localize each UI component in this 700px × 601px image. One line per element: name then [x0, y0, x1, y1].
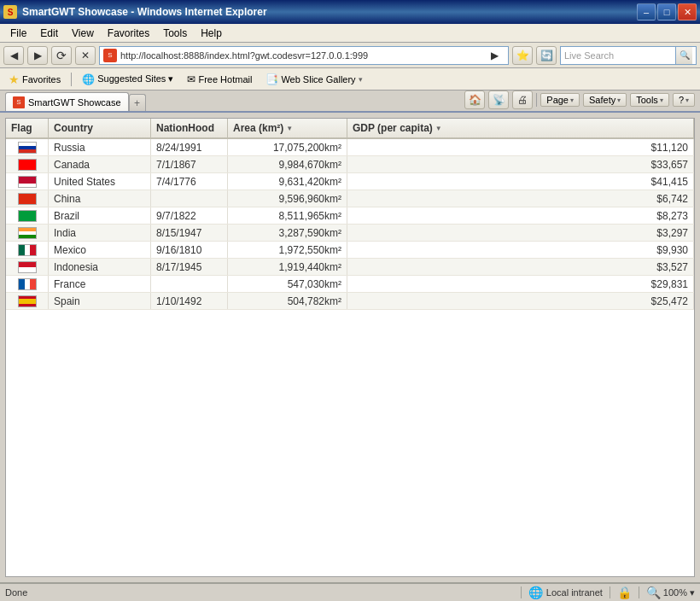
tools-label: Tools — [636, 95, 658, 105]
page-button[interactable]: Page ▾ — [540, 93, 580, 107]
table-row[interactable]: United States7/4/17769,631,420km²$41,415 — [6, 173, 694, 190]
free-hotmail[interactable]: ✉ Free Hotmail — [184, 72, 255, 87]
web-slice-gallery[interactable]: 📑 Web Slice Gallery ▾ — [262, 72, 365, 87]
cell-nationhood — [151, 190, 228, 207]
active-tab[interactable]: S SmartGWT Showcase — [5, 92, 129, 111]
gdp-sort-icon: ▼ — [435, 125, 442, 132]
menu-edit[interactable]: Edit — [33, 26, 65, 41]
ie-icon: 🌐 — [82, 73, 95, 85]
navigation-bar: ◀ ▶ ⟳ ✕ S http://localhost:8888/index.ht… — [0, 43, 700, 68]
address-bar[interactable]: S http://localhost:8888/index.html?gwt.c… — [99, 46, 509, 65]
nav-home-btn[interactable]: 🔄 — [536, 46, 557, 65]
stop-button[interactable]: ✕ — [75, 46, 96, 65]
zoom-control[interactable]: 🔍 100% ▾ — [646, 586, 695, 599]
favorites-label: Favorites — [22, 74, 61, 85]
cell-area: 1,972,550km² — [228, 242, 347, 258]
menu-favorites[interactable]: Favorites — [101, 26, 156, 41]
status-sep-3 — [639, 586, 639, 598]
nav-extra-btn[interactable]: ⭐ — [512, 46, 533, 65]
webslice-label: Web Slice Gallery — [281, 74, 355, 85]
cell-gdp: $11,120 — [347, 139, 694, 155]
col-header-area[interactable]: Area (km²) ▼ — [228, 119, 347, 137]
search-go-button[interactable]: 🔍 — [675, 47, 692, 64]
address-go-button[interactable]: ▶ — [484, 46, 505, 65]
add-tab-button[interactable]: + — [129, 94, 146, 111]
data-grid: Flag Country NationHood Area (km²) ▼ GDP… — [6, 119, 694, 576]
page-arrow: ▾ — [570, 96, 574, 104]
rss-button[interactable]: 📡 — [488, 90, 509, 109]
suggested-sites[interactable]: 🌐 Suggested Sites ▾ — [79, 72, 177, 87]
home-button[interactable]: 🏠 — [464, 90, 485, 109]
cell-country: United States — [49, 173, 151, 190]
status-zoom[interactable]: 🔒 — [617, 586, 632, 599]
minimize-button[interactable]: – — [637, 3, 656, 20]
title-controls: – □ ✕ — [637, 3, 697, 20]
back-button[interactable]: ◀ — [3, 46, 24, 65]
col-header-flag[interactable]: Flag — [6, 119, 49, 137]
page-label: Page — [546, 95, 569, 105]
cell-flag — [6, 139, 49, 155]
address-favicon: S — [103, 49, 117, 62]
cell-flag — [6, 242, 49, 258]
print-button[interactable]: 🖨 — [512, 90, 533, 109]
safety-arrow: ▾ — [617, 96, 621, 104]
hotmail-label: Free Hotmail — [198, 74, 252, 85]
table-row[interactable]: Indonesia8/17/19451,919,440km²$3,527 — [6, 259, 694, 276]
table-row[interactable]: Brazil9/7/18228,511,965km²$8,273 — [6, 207, 694, 225]
app-icon: S — [3, 5, 17, 19]
suggested-label: Suggested Sites ▾ — [97, 73, 173, 85]
cell-gdp: $8,273 — [347, 207, 694, 224]
zone-label: Local intranet — [546, 587, 603, 598]
cell-nationhood: 8/24/1991 — [151, 139, 228, 155]
lock-icon: 🔒 — [617, 586, 632, 599]
tab-toolbar-right: 🏠 📡 🖨 Page ▾ Safety ▾ Tools ▾ ? ▾ — [464, 90, 695, 111]
cell-gdp: $3,297 — [347, 225, 694, 241]
cell-area: 9,596,960km² — [228, 190, 347, 207]
zone-icon: 🌐 — [528, 586, 543, 599]
cell-area: 17,075,200km² — [228, 139, 347, 155]
cell-area: 9,984,670km² — [228, 156, 347, 172]
help-button[interactable]: ? ▾ — [673, 93, 695, 107]
refresh-button[interactable]: ⟳ — [51, 46, 72, 65]
col-header-gdp[interactable]: GDP (per capita) ▼ — [347, 119, 694, 137]
cell-flag — [6, 225, 49, 241]
help-label: ? — [679, 95, 684, 105]
table-row[interactable]: Russia8/24/199117,075,200km²$11,120 — [6, 139, 694, 156]
cell-country: Russia — [49, 139, 151, 155]
table-row[interactable]: Canada7/1/18679,984,670km²$33,657 — [6, 156, 694, 173]
zoom-arrow: ▾ — [690, 587, 695, 598]
cell-flag — [6, 173, 49, 190]
table-row[interactable]: Spain1/10/1492504,782km²$25,472 — [6, 293, 694, 310]
menu-file[interactable]: File — [3, 26, 33, 41]
cell-nationhood: 8/17/1945 — [151, 259, 228, 275]
search-placeholder: Live Search — [564, 50, 675, 61]
cell-flag — [6, 156, 49, 172]
forward-button[interactable]: ▶ — [27, 46, 48, 65]
title-bar: S SmartGWT Showcase - Windows Internet E… — [0, 0, 700, 24]
table-row[interactable]: China9,596,960km²$6,742 — [6, 190, 694, 207]
menu-tools[interactable]: Tools — [156, 26, 194, 41]
table-row[interactable]: France547,030km²$29,831 — [6, 276, 694, 293]
tools-arrow: ▾ — [660, 96, 663, 104]
cell-country: India — [49, 225, 151, 241]
col-header-nationhood[interactable]: NationHood — [151, 119, 228, 137]
table-row[interactable]: Mexico9/16/18101,972,550km²$9,930 — [6, 242, 694, 259]
maximize-button[interactable]: □ — [657, 3, 676, 20]
table-row[interactable]: India8/15/19473,287,590km²$3,297 — [6, 225, 694, 242]
col-header-country[interactable]: Country — [49, 119, 151, 137]
cell-area: 547,030km² — [228, 276, 347, 292]
safety-button[interactable]: Safety ▾ — [583, 93, 627, 107]
menu-help[interactable]: Help — [194, 26, 229, 41]
cell-country: Indonesia — [49, 259, 151, 275]
cell-nationhood: 9/16/1810 — [151, 242, 228, 258]
tools-button[interactable]: Tools ▾ — [630, 93, 669, 107]
close-button[interactable]: ✕ — [678, 3, 697, 20]
cell-gdp: $29,831 — [347, 276, 694, 292]
window-title: SmartGWT Showcase - Windows Internet Exp… — [22, 6, 267, 18]
search-box[interactable]: Live Search 🔍 — [560, 46, 697, 65]
cell-gdp: $6,742 — [347, 190, 694, 207]
cell-flag — [6, 293, 49, 309]
menu-view[interactable]: View — [65, 26, 101, 41]
cell-area: 504,782km² — [228, 293, 347, 309]
favorites-button[interactable]: ★ Favorites — [5, 71, 64, 88]
